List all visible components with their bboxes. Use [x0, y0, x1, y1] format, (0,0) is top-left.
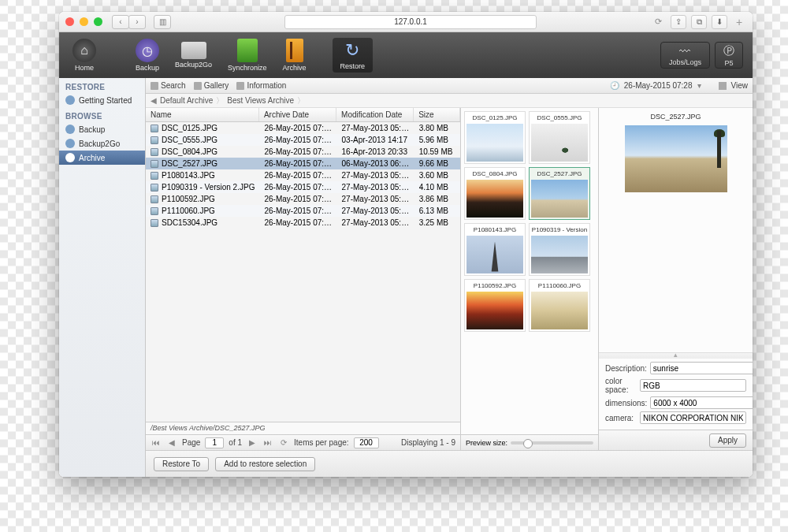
- thumb-label: P1080143.JPG: [466, 225, 523, 234]
- cell-mod-date: 27-May-2013 05:32: [337, 182, 414, 192]
- file-icon: [151, 172, 158, 180]
- clock-icon: 🕘: [610, 81, 619, 90]
- thumbnail[interactable]: P1110060.JPG: [529, 279, 590, 332]
- crumb-best-views[interactable]: Best Views Archive: [227, 96, 294, 105]
- thumbnail[interactable]: P1090319 - Version: [529, 223, 590, 276]
- crumb-default-archive[interactable]: Default Archive: [160, 96, 213, 105]
- col-size[interactable]: Size: [414, 108, 460, 121]
- file-icon: [151, 207, 158, 215]
- new-tab-button[interactable]: +: [732, 16, 746, 28]
- cell-size: 3.60 MB: [414, 170, 460, 180]
- pager-refresh-icon[interactable]: ⟳: [278, 438, 289, 447]
- crumb-back-icon[interactable]: ◀: [151, 96, 157, 105]
- sidebar-getting-started[interactable]: Getting Started: [59, 93, 145, 107]
- pager-next-icon[interactable]: ▶: [247, 438, 258, 447]
- sidebar-item-archive[interactable]: Archive: [59, 151, 145, 165]
- colorspace-field[interactable]: [640, 379, 746, 392]
- tab-information[interactable]: Information: [236, 81, 286, 90]
- sidebar-item-backup[interactable]: Backup: [59, 122, 145, 136]
- breadcrumb: ◀ Default Archive 〉 Best Views Archive 〉: [146, 94, 753, 108]
- table-row[interactable]: DSC_0804.JPG26-May-2015 07:2816-Apr-2013…: [146, 146, 460, 158]
- toolbar-jobs-logs[interactable]: 〰 Jobs/Logs: [660, 42, 710, 69]
- chevron-right-icon: 〉: [216, 95, 224, 106]
- table-row[interactable]: P1080143.JPG26-May-2015 07:2827-May-2013…: [146, 169, 460, 181]
- inspector-preview-image: [625, 125, 727, 192]
- dimensions-field[interactable]: [650, 396, 753, 409]
- pager-last-icon[interactable]: ⏭: [262, 438, 273, 447]
- zoom-icon[interactable]: [94, 17, 102, 26]
- titlebar: ‹ › ▥ 127.0.0.1 ⟳ ⇪ ⧉ ⬇ +: [59, 12, 753, 32]
- add-to-restore-button[interactable]: Add to restore selection: [215, 457, 315, 471]
- cell-mod-date: 27-May-2013 05:18: [337, 206, 414, 216]
- cell-size: 3.80 MB: [414, 123, 460, 133]
- thumb-image: [466, 292, 523, 329]
- back-button[interactable]: ‹: [112, 15, 129, 29]
- thumbnail[interactable]: DSC_2527.JPG: [529, 167, 590, 220]
- pager-items-input[interactable]: [354, 437, 379, 448]
- search-icon: [151, 82, 158, 90]
- minimize-icon[interactable]: [80, 17, 88, 26]
- sidebar-item-label: Backup: [79, 125, 105, 134]
- tab-search[interactable]: Search: [151, 81, 186, 90]
- reload-icon[interactable]: ⟳: [650, 17, 666, 27]
- archive-icon: [286, 39, 303, 62]
- thumbnail[interactable]: P1080143.JPG: [464, 223, 526, 276]
- col-modification-date[interactable]: Modification Date: [336, 108, 414, 121]
- file-icon: [151, 184, 158, 192]
- inspector-divider[interactable]: [599, 352, 753, 359]
- toolbar-backup[interactable]: ◷ Backup: [132, 36, 163, 74]
- pager-items-label: Items per page:: [294, 438, 348, 447]
- table-row[interactable]: P1110060.JPG26-May-2015 07:2827-May-2013…: [146, 205, 460, 217]
- snapshot-timestamp[interactable]: 26-May-2015 07:28: [624, 81, 693, 90]
- table-row[interactable]: DSC_0555.JPG26-May-2015 07:2803-Apr-2013…: [146, 134, 460, 146]
- thumb-image: [531, 292, 588, 329]
- cell-name: P1090319 - Version 2.JPG: [162, 183, 255, 192]
- toolbar-restore-label: Restore: [340, 62, 366, 70]
- footer: Restore To Add to restore selection: [146, 450, 753, 477]
- table-row[interactable]: SDC15304.JPG26-May-2015 07:2827-May-2013…: [146, 217, 460, 229]
- apply-button[interactable]: Apply: [709, 433, 746, 448]
- cell-size: 9.66 MB: [414, 158, 460, 169]
- cell-name: DSC_0125.JPG: [162, 124, 217, 132]
- table-row[interactable]: DSC_0125.JPG26-May-2015 07:2827-May-2013…: [146, 122, 460, 134]
- table-row[interactable]: P1100592.JPG26-May-2015 07:2827-May-2013…: [146, 193, 460, 205]
- toolbar-backup2go[interactable]: Backup2Go: [171, 39, 216, 71]
- restore-to-button[interactable]: Restore To: [154, 457, 209, 471]
- toolbar-archive[interactable]: Archive: [279, 36, 310, 74]
- tabs-icon[interactable]: ⧉: [691, 15, 707, 29]
- thumbnail[interactable]: DSC_0555.JPG: [529, 111, 590, 164]
- cell-archive-date: 26-May-2015 07:28: [259, 194, 336, 204]
- downloads-icon[interactable]: ⬇: [712, 15, 727, 29]
- thumbnail[interactable]: P1100592.JPG: [464, 279, 526, 332]
- sidebar-toggle-icon[interactable]: ▥: [154, 15, 171, 29]
- pager-first-icon[interactable]: ⏮: [151, 438, 162, 447]
- cell-mod-date: 06-May-2013 06:04: [337, 158, 414, 169]
- table-row[interactable]: P1090319 - Version 2.JPG26-May-2015 07:2…: [146, 181, 460, 193]
- share-icon[interactable]: ⇪: [671, 15, 686, 29]
- toolbar-jobs-label: Jobs/Logs: [669, 58, 701, 66]
- toolbar-restore[interactable]: ↻ Restore: [333, 38, 374, 73]
- forward-button[interactable]: ›: [128, 15, 146, 29]
- address-bar[interactable]: 127.0.0.1: [284, 15, 537, 29]
- toolbar-p5[interactable]: Ⓟ P5: [715, 42, 743, 69]
- pager: ⏮ ◀ Page of 1 ▶ ⏭ ⟳ Items per page: Disp…: [146, 434, 460, 450]
- sidebar-item-backup2go[interactable]: Backup2Go: [59, 136, 145, 151]
- thumbnail[interactable]: DSC_0804.JPG: [464, 167, 526, 220]
- toolbar-home[interactable]: ⌂ Home: [69, 36, 100, 74]
- description-field[interactable]: [650, 362, 753, 374]
- tab-gallery[interactable]: Gallery: [194, 81, 229, 90]
- preview-size-slider[interactable]: [511, 441, 593, 445]
- col-name[interactable]: Name: [146, 108, 259, 121]
- pager-page-input[interactable]: [205, 437, 224, 448]
- file-icon: [151, 219, 158, 227]
- cell-size: 3.25 MB: [414, 218, 460, 228]
- col-archive-date[interactable]: Archive Date: [259, 108, 336, 121]
- disk-icon: [65, 153, 75, 162]
- thumbnail[interactable]: DSC_0125.JPG: [464, 111, 526, 164]
- close-icon[interactable]: [65, 17, 74, 26]
- table-row[interactable]: DSC_2527.JPG26-May-2015 07:2806-May-2013…: [146, 158, 460, 169]
- view-toggle[interactable]: View: [731, 81, 749, 90]
- camera-field[interactable]: [640, 411, 746, 424]
- pager-prev-icon[interactable]: ◀: [166, 438, 177, 447]
- toolbar-synchronize[interactable]: Synchronize: [224, 36, 271, 74]
